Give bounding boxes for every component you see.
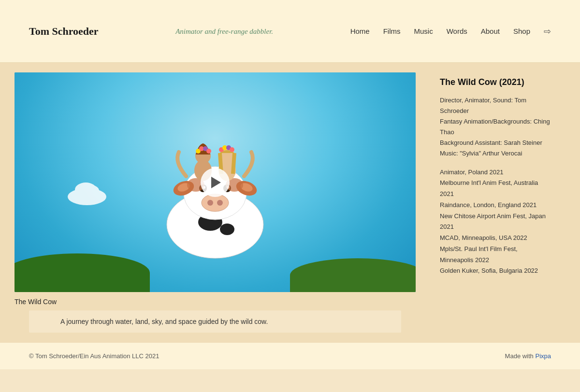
- festival-line-2: Melbourne Int'l Anim Fest, Australia 202…: [440, 178, 551, 200]
- festivals-section: Animator, Poland 2021 Melbourne Int'l An…: [440, 167, 551, 277]
- hills-decoration: [14, 234, 416, 292]
- tagline: Animator and free-range dabbler.: [175, 28, 273, 35]
- credit-line-2: Fantasy Animation/Backgrounds: Ching Tha…: [440, 116, 551, 138]
- play-button[interactable]: [201, 168, 230, 197]
- pixpa-link[interactable]: Pixpa: [535, 352, 551, 360]
- svg-point-29: [230, 147, 234, 152]
- description-box: A journey through water, land, sky, and …: [29, 310, 401, 333]
- nav-shop[interactable]: Shop: [513, 27, 530, 35]
- credit-line-1: Director, Animator, Sound: Tom Schroeder: [440, 95, 551, 116]
- credit-line-4: Music: "Sylvia" Arthur Verocai: [440, 148, 551, 159]
- festival-line-1: Animator, Poland 2021: [440, 167, 551, 178]
- nav-about[interactable]: About: [481, 27, 500, 35]
- svg-point-2: [220, 224, 234, 235]
- footer-made-with-prefix: Made with: [505, 352, 536, 360]
- credit-line-3: Background Assistant: Sarah Steiner: [440, 138, 551, 148]
- site-footer: © Tom Schroeder/Ein Aus Animation LLC 20…: [0, 343, 580, 369]
- main-content: The Wild Cow A journey through water, la…: [0, 63, 580, 343]
- nav-words[interactable]: Words: [447, 27, 467, 35]
- festival-line-3: Raindance, London, England 2021: [440, 200, 551, 211]
- video-caption: The Wild Cow: [14, 292, 416, 310]
- header-center: Animator and free-range dabbler.: [99, 27, 350, 36]
- share-icon[interactable]: ⇨: [544, 26, 551, 37]
- festival-line-4: New Chitose Airport Anim Fest, Japan 202…: [440, 211, 551, 233]
- video-section: The Wild Cow A journey through water, la…: [14, 72, 416, 333]
- nav-films[interactable]: Films: [383, 27, 401, 35]
- footer-made-with: Made with Pixpa: [505, 352, 551, 360]
- festival-line-6: Mpls/St. Paul Int'l Film Fest, Minneapol…: [440, 244, 551, 266]
- video-player[interactable]: [14, 72, 416, 292]
- svg-point-23: [206, 149, 211, 154]
- video-title: The Wild Cow: [14, 298, 416, 306]
- svg-point-14: [217, 200, 223, 206]
- festival-line-7: Golden Kuker, Sofia, Bulgaria 2022: [440, 266, 551, 277]
- festival-line-5: MCAD, Minneapolis, USA 2022: [440, 233, 551, 244]
- video-description: A journey through water, land, sky, and …: [44, 318, 394, 325]
- site-title: Tom Schroeder: [29, 25, 99, 38]
- footer-copyright: © Tom Schroeder/Ein Aus Animation LLC 20…: [29, 352, 160, 360]
- play-icon: [211, 177, 221, 188]
- nav-home[interactable]: Home: [350, 27, 370, 35]
- cloud-decoration: [68, 188, 106, 205]
- svg-point-13: [207, 200, 213, 206]
- credits-section: Director, Animator, Sound: Tom Schroeder…: [440, 95, 551, 159]
- site-header: Tom Schroeder Animator and free-range da…: [0, 0, 580, 63]
- film-title: The Wild Cow (2021): [440, 77, 551, 87]
- nav-music[interactable]: Music: [414, 27, 433, 35]
- info-panel: The Wild Cow (2021) Director, Animator, …: [416, 72, 566, 286]
- main-nav: Home Films Music Words About Shop ⇨: [350, 26, 551, 37]
